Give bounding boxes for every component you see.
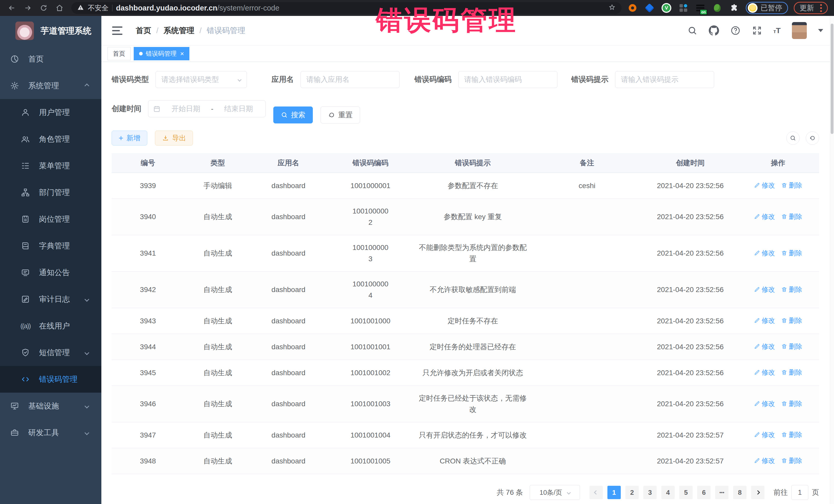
sidebar-item-5[interactable]: 菜单管理 xyxy=(0,152,101,179)
edit-link[interactable]: 修改 xyxy=(754,315,775,326)
address-bar[interactable]: 不安全 dashboard.yudao.iocoder.cn/system/er… xyxy=(71,2,621,14)
row-actions: 修改删除 xyxy=(737,422,819,448)
delete-link[interactable]: 删除 xyxy=(781,398,802,409)
font-size-icon[interactable]: тT xyxy=(773,26,781,35)
column-header: 类型 xyxy=(184,153,251,173)
pager-page-4[interactable]: 4 xyxy=(661,486,675,499)
edit-link[interactable]: 修改 xyxy=(754,429,775,440)
tab-close-icon[interactable]: × xyxy=(180,50,184,57)
sidebar-item-2[interactable]: 系统管理 xyxy=(0,72,101,99)
page-size-select[interactable]: 10条/页 xyxy=(530,485,580,500)
pager-next[interactable] xyxy=(751,486,765,499)
breadcrumb-item[interactable]: 首页 xyxy=(136,25,151,36)
delete-link[interactable]: 删除 xyxy=(781,284,802,295)
app-name-input[interactable] xyxy=(301,71,399,88)
sidebar-item-11[interactable]: ((a))在线用户 xyxy=(0,312,101,339)
pager-page-5[interactable]: 5 xyxy=(679,486,693,499)
edit-link[interactable]: 修改 xyxy=(754,180,775,191)
row-time: 2021-04-20 23:52:56 xyxy=(643,308,737,334)
extension-gem-icon[interactable] xyxy=(644,3,654,13)
filter-app: 应用名 xyxy=(271,71,399,88)
sidebar-item-8[interactable]: 字典管理 xyxy=(0,233,101,259)
hamburger-icon[interactable] xyxy=(112,26,123,35)
github-icon[interactable] xyxy=(709,25,719,36)
sidebar-item-10[interactable]: 审计日志 xyxy=(0,286,101,312)
user-menu-caret-icon[interactable] xyxy=(818,29,823,32)
export-button[interactable]: 导出 xyxy=(155,131,193,146)
security-warning-icon[interactable] xyxy=(77,4,84,12)
browser-update-button[interactable]: 更新 xyxy=(794,2,828,14)
edit-link[interactable]: 修改 xyxy=(754,455,775,466)
pager-page-3[interactable]: 3 xyxy=(643,486,657,499)
browser-reload-icon[interactable] xyxy=(38,2,49,14)
sidebar-item-3[interactable]: 用户管理 xyxy=(0,99,101,126)
user-avatar[interactable] xyxy=(792,22,807,39)
sidebar-item-1[interactable]: 首页 xyxy=(0,46,101,72)
fullscreen-icon[interactable] xyxy=(752,25,762,36)
reset-button[interactable]: 重置 xyxy=(321,107,360,124)
row-actions: 修改删除 xyxy=(737,360,819,386)
page-scrollbar[interactable] xyxy=(830,16,834,504)
extension-list-on-icon[interactable]: on xyxy=(696,3,705,13)
pager-ellipsis[interactable]: ••• xyxy=(715,486,728,499)
pager-page-8[interactable]: 8 xyxy=(733,486,746,499)
filter-msg-label: 错误码提示 xyxy=(571,74,609,85)
pager-page-2[interactable]: 2 xyxy=(626,486,639,499)
browser-profile-paused[interactable]: 已暂停 xyxy=(746,2,788,14)
extension-grid-icon[interactable] xyxy=(679,3,688,13)
extensions-puzzle-icon[interactable] xyxy=(729,3,739,13)
browser-back-icon[interactable] xyxy=(6,2,18,14)
date-range-picker[interactable]: 开始日期 - 结束日期 xyxy=(148,100,266,117)
edit-link[interactable]: 修改 xyxy=(754,367,775,378)
tab-item[interactable]: 首页 xyxy=(108,47,131,60)
tab-active[interactable]: 错误码管理× xyxy=(134,47,190,60)
row-msg: 定时任务不存在 xyxy=(415,308,530,334)
extension-v-icon[interactable]: V xyxy=(662,3,671,13)
goto-page-input[interactable] xyxy=(791,485,808,500)
pager-page-1[interactable]: 1 xyxy=(608,486,621,499)
sidebar-item-13[interactable]: 错误码管理 xyxy=(0,366,101,393)
add-button[interactable]: + 新增 xyxy=(112,131,147,146)
bookmark-star-icon[interactable] xyxy=(608,4,616,12)
browser-home-icon[interactable] xyxy=(54,2,65,14)
error-msg-input[interactable] xyxy=(615,71,714,88)
extension-plant-icon[interactable] xyxy=(712,3,722,13)
sidebar-item-7[interactable]: 岗位管理 xyxy=(0,206,101,233)
sidebar-item-9[interactable]: 通知公告 xyxy=(0,259,101,286)
table-search-toggle-icon[interactable] xyxy=(786,131,799,145)
delete-link[interactable]: 删除 xyxy=(781,211,802,222)
sidebar-item-14[interactable]: 基础设施 xyxy=(0,393,101,419)
row-app: dashboard xyxy=(251,386,326,422)
edit-link[interactable]: 修改 xyxy=(754,211,775,222)
sidebar-item-6[interactable]: 部门管理 xyxy=(0,179,101,206)
table-refresh-icon[interactable] xyxy=(806,131,819,145)
delete-link[interactable]: 删除 xyxy=(781,341,802,352)
delete-link[interactable]: 删除 xyxy=(781,455,802,466)
edit-link[interactable]: 修改 xyxy=(754,398,775,409)
delete-link[interactable]: 删除 xyxy=(781,429,802,440)
edit-link[interactable]: 修改 xyxy=(754,341,775,352)
sidebar-item-12[interactable]: 短信管理 xyxy=(0,339,101,366)
sidebar-item-4[interactable]: 角色管理 xyxy=(0,126,101,152)
scrollbar-thumb[interactable] xyxy=(831,24,833,134)
edit-link[interactable]: 修改 xyxy=(754,284,775,295)
search-icon[interactable] xyxy=(687,25,698,36)
pager-page-6[interactable]: 6 xyxy=(697,486,710,499)
pager-prev[interactable] xyxy=(589,486,603,499)
edit-link[interactable]: 修改 xyxy=(754,247,775,259)
error-type-select[interactable]: 请选择错误码类型 xyxy=(155,71,247,88)
search-button[interactable]: 搜索 xyxy=(273,107,313,124)
row-code: 1001001001 xyxy=(326,334,415,360)
delete-link[interactable]: 删除 xyxy=(781,315,802,326)
breadcrumb-item[interactable]: 系统管理 xyxy=(163,25,194,36)
delete-link[interactable]: 删除 xyxy=(781,247,802,259)
help-icon[interactable] xyxy=(730,25,741,36)
error-code-input[interactable] xyxy=(459,71,557,88)
browser-forward-icon[interactable] xyxy=(22,2,34,14)
app-logo[interactable]: 芋道管理系统 xyxy=(0,16,101,46)
extension-donut-icon[interactable] xyxy=(628,3,637,13)
browser-menu-kebab-icon[interactable] xyxy=(819,3,823,13)
sidebar-item-15[interactable]: 研发工具 xyxy=(0,419,101,446)
delete-link[interactable]: 删除 xyxy=(781,367,802,378)
delete-link[interactable]: 删除 xyxy=(781,180,802,191)
